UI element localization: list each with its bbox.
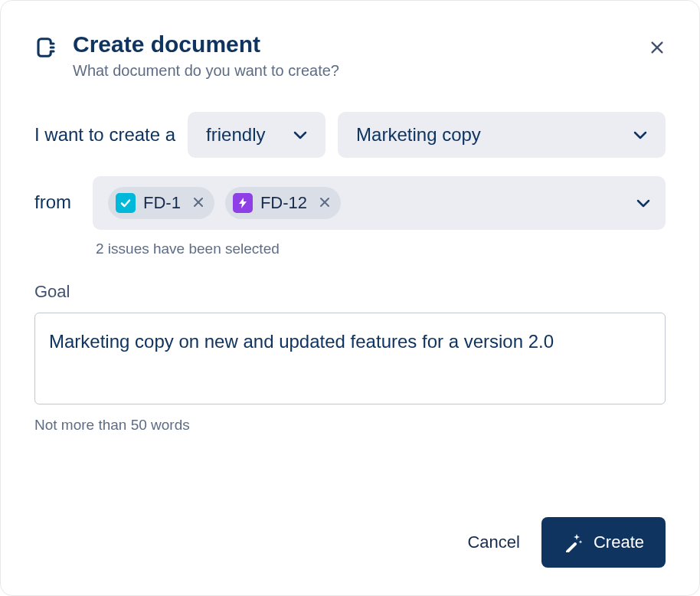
app-logo-icon: [34, 36, 57, 59]
doc-type-dropdown-value: Marketing copy: [356, 124, 481, 146]
bolt-icon: [233, 193, 253, 213]
chips-wrapper: FD-1 FD-12: [93, 176, 666, 257]
modal-footer: Cancel Create: [467, 517, 666, 568]
cancel-button[interactable]: Cancel: [467, 532, 519, 552]
issue-chip: FD-12: [225, 187, 341, 219]
goal-hint-text: Not more than 50 words: [34, 417, 666, 434]
magic-wand-icon: [563, 532, 583, 552]
goal-label: Goal: [34, 282, 666, 302]
tone-dropdown[interactable]: friendly: [188, 112, 325, 158]
chevron-down-icon: [633, 130, 647, 139]
sentence-builder-row: I want to create a friendly Marketing co…: [34, 112, 666, 158]
create-button[interactable]: Create: [541, 517, 666, 568]
chevron-down-icon: [293, 130, 307, 139]
svg-rect-6: [565, 542, 577, 552]
issues-multiselect[interactable]: FD-1 FD-12: [93, 176, 666, 230]
modal-header: Create document What document do you wan…: [34, 31, 666, 80]
modal-title: Create document: [73, 31, 666, 57]
doc-type-dropdown[interactable]: Marketing copy: [338, 112, 666, 158]
issue-chip: FD-1: [108, 187, 214, 219]
check-icon: [116, 193, 136, 213]
issues-helper-text: 2 issues have been selected: [96, 241, 666, 257]
close-icon: [193, 197, 204, 208]
tone-dropdown-value: friendly: [206, 124, 265, 146]
goal-section: Goal Not more than 50 words: [34, 282, 666, 434]
remove-chip-button[interactable]: [193, 195, 204, 211]
from-row: from FD-1: [34, 176, 666, 257]
sentence-prefix-label: I want to create a: [34, 124, 175, 146]
issue-chip-label: FD-1: [143, 193, 181, 213]
issue-chip-label: FD-12: [260, 193, 307, 213]
close-icon: [649, 39, 666, 56]
create-document-modal: Create document What document do you wan…: [0, 0, 700, 596]
chevron-down-icon: [636, 198, 650, 208]
from-label: from: [34, 176, 71, 213]
title-group: Create document What document do you wan…: [73, 31, 666, 80]
modal-subtitle: What document do you want to create?: [73, 62, 666, 80]
close-icon: [319, 197, 330, 208]
goal-textarea[interactable]: [34, 313, 666, 404]
remove-chip-button[interactable]: [319, 195, 330, 211]
close-button[interactable]: [649, 39, 666, 58]
create-button-label: Create: [594, 532, 644, 552]
